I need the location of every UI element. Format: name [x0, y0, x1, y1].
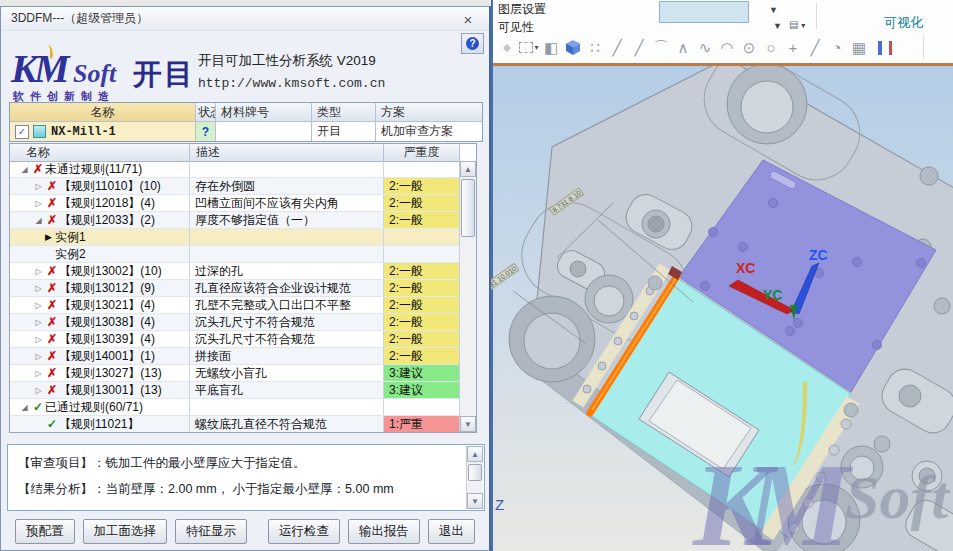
tree-collapsed-icon[interactable]: ▷ — [32, 199, 45, 208]
layer-combobox[interactable] — [659, 1, 749, 23]
rule-row[interactable]: ▷✗【规则13001】(13)平底盲孔3:建议 — [10, 382, 460, 399]
circle-center-icon[interactable]: ⊙ — [738, 36, 760, 60]
tree-collapsed-icon[interactable]: ▷ — [32, 335, 45, 344]
model-checkbox[interactable]: ✓ — [15, 125, 29, 139]
column-rule-severity[interactable]: 严重度 — [384, 144, 460, 161]
tree-collapsed-icon[interactable]: ▷ — [32, 284, 45, 293]
tree-collapsed-icon[interactable]: ▷ — [32, 386, 45, 395]
tree-collapsed-icon[interactable]: ▷ — [32, 352, 45, 361]
scroll-up-icon[interactable]: ▲ — [467, 446, 483, 462]
machining-face-select-button[interactable]: 加工面选择 — [83, 519, 168, 544]
rule-severity — [384, 399, 460, 415]
column-rule-desc[interactable]: 描述 — [190, 144, 384, 161]
rule-row[interactable]: ▷✗【规则12018】(4)凹槽立面间不应该有尖内角2:一般 — [10, 195, 460, 212]
scroll-down-icon[interactable]: ▼ — [467, 493, 483, 509]
output-report-button[interactable]: 输出报告 — [348, 519, 420, 544]
chevron-down-icon[interactable]: ▼ — [773, 21, 782, 31]
rules-scrollbar[interactable]: ▲ ▼ — [459, 161, 476, 432]
tree-collapsed-icon[interactable]: ▷ — [32, 318, 45, 327]
info-scrollbar[interactable]: ▲ ▼ — [466, 446, 483, 509]
fail-cross-icon: ✗ — [45, 315, 59, 329]
rule-row[interactable]: ▶实例1 — [10, 229, 460, 246]
arc-icon[interactable]: ◠ — [716, 36, 738, 60]
rule-row[interactable]: ◢✓已通过规则(60/71) — [10, 399, 460, 416]
rule-row[interactable]: ▷✗【规则13039】(4)沉头孔尺寸不符合规范2:一般 — [10, 331, 460, 348]
rule-name: 【规则14001】(1) — [59, 348, 155, 364]
feature-display-button[interactable]: 特征显示 — [175, 519, 247, 544]
tree-collapsed-icon[interactable]: ▷ — [32, 301, 45, 310]
triad-zc-label: ZC — [809, 247, 828, 263]
model-plan: 机加审查方案 — [376, 122, 482, 141]
scrollbar-thumb[interactable] — [468, 464, 482, 481]
solid-body-icon[interactable]: ◧ — [540, 36, 562, 60]
hole[interactable] — [920, 167, 938, 185]
tree-collapsed-icon[interactable]: ▷ — [32, 369, 45, 378]
snap-point-icon[interactable]: ⌖ — [496, 36, 518, 60]
rule-row[interactable]: ▷✗【规则13012】(9)孔直径应该符合企业设计规范2:一般 — [10, 280, 460, 297]
tree-expanded-icon[interactable]: ◢ — [18, 403, 31, 412]
rule-severity: 2:一般 — [384, 331, 460, 347]
tree-collapsed-icon[interactable]: ▷ — [32, 182, 45, 191]
scroll-up-icon[interactable]: ▲ — [460, 161, 476, 177]
rule-row[interactable]: ▷✗【规则14001】(1)拼接面2:一般 — [10, 348, 460, 365]
column-plan[interactable]: 方案 — [376, 103, 482, 121]
rule-row[interactable]: ◢✗【规则12033】(2)厚度不够指定值（一）2:一般 — [10, 212, 460, 229]
chevron-down-icon[interactable]: ▼ — [769, 5, 778, 15]
close-button[interactable]: × — [459, 11, 477, 28]
rule-row[interactable]: ▷✗【规则13038】(4)沉头孔尺寸不符合规范2:一般 — [10, 314, 460, 331]
tree-collapsed-icon[interactable]: ▷ — [32, 267, 45, 276]
rule-row[interactable]: ▷✗【规则13021】(4)孔壁不完整或入口出口不平整2:一般 — [10, 297, 460, 314]
tree-expanded-icon[interactable]: ◢ — [32, 216, 45, 225]
marquee-select-icon[interactable]: ▾ — [518, 36, 540, 60]
rule-row[interactable]: ▷✗【规则11010】(10)存在外倒圆2:一般 — [10, 178, 460, 195]
triad-yc-label: YC — [763, 287, 782, 303]
preconfig-button[interactable]: 预配置 — [15, 519, 75, 544]
circle-icon[interactable]: ○ — [760, 36, 782, 60]
line-icon[interactable]: ╱ — [606, 36, 628, 60]
layer-settings-menu[interactable]: 图层设置 — [498, 1, 546, 18]
rule-row[interactable]: ▷✗【规则13002】(10)过深的孔2:一般 — [10, 263, 460, 280]
point-icon[interactable]: + — [782, 36, 804, 60]
run-check-button[interactable]: 运行检查 — [268, 519, 340, 544]
rule-row[interactable]: ◢✗未通过规则(11/71) — [10, 161, 460, 178]
show-edges-icon[interactable] — [870, 36, 892, 60]
rule-row[interactable]: ✓【规则11021】螺纹底孔直径不符合规范1:严重 — [10, 416, 460, 432]
scrollbar-thumb[interactable] — [461, 179, 475, 237]
angled-line-icon[interactable]: ╱ — [804, 36, 826, 60]
studio-spline-icon[interactable]: ∿ — [694, 36, 716, 60]
rule-row[interactable]: ▷✗【规则13027】(13)无螺纹小盲孔3:建议 — [10, 365, 460, 382]
datum-grid-icon[interactable]: ▦ — [848, 36, 870, 60]
column-status[interactable]: 状态 — [196, 103, 216, 121]
model-table-header: 名称 状态 材料牌号 类型 方案 — [10, 103, 482, 121]
shaded-cube-icon[interactable] — [562, 36, 584, 60]
selection-group-icon[interactable]: ▤ ▾ — [789, 19, 805, 30]
column-type[interactable]: 类型 — [312, 103, 376, 121]
model-status: ? — [196, 122, 216, 141]
model-row[interactable]: ✓ NX-Mill-1 ? 开目 机加审查方案 — [10, 121, 482, 141]
product-title: 开目可加工性分析系统 V2019 — [198, 52, 376, 70]
column-name[interactable]: 名称 — [10, 103, 196, 121]
exit-button[interactable]: 退出 — [428, 519, 475, 544]
fail-cross-icon: ✗ — [31, 162, 45, 176]
model-name-cell: ✓ NX-Mill-1 — [10, 122, 196, 141]
dialog-buttons: 预配置加工面选择特征显示运行检查输出报告退出 — [1, 516, 489, 546]
hole[interactable] — [874, 436, 890, 452]
rule-severity: 2:一般 — [384, 280, 460, 296]
dialog-titlebar[interactable]: 3DDFM---（超级管理员） — [1, 7, 489, 31]
face-blend-icon[interactable]: ◔ — [826, 36, 848, 60]
visualization-label[interactable]: 可视化 — [884, 14, 923, 32]
column-material[interactable]: 材料牌号 — [216, 103, 312, 121]
selected-row-arrow-icon[interactable]: ▶ — [42, 232, 55, 242]
spline-points-icon[interactable]: ∧ — [672, 36, 694, 60]
column-rule-name[interactable]: 名称 — [10, 144, 190, 161]
rule-name: 【规则12018】(4) — [59, 195, 155, 211]
move-pattern-icon[interactable]: ∷ — [584, 36, 606, 60]
scroll-down-icon[interactable]: ▼ — [460, 416, 476, 432]
polyline-icon[interactable]: ╱ — [628, 36, 650, 60]
rule-row[interactable]: 实例2 — [10, 246, 460, 263]
fillet-curve-icon[interactable]: ⌒ — [650, 36, 672, 60]
3d-viewport[interactable] — [493, 66, 953, 551]
fail-cross-icon: ✗ — [45, 179, 59, 193]
tree-expanded-icon[interactable]: ◢ — [18, 165, 31, 174]
hole[interactable] — [934, 298, 950, 314]
